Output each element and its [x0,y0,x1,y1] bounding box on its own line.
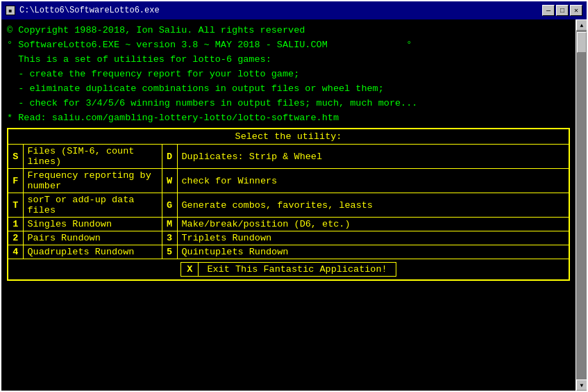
line-desc4: - check for 3/4/5/6 winning numbers in o… [7,97,570,111]
scroll-up-button[interactable]: ▲ [576,19,587,31]
label-quintuplets[interactable]: Quintuplets Rundown [177,245,569,259]
key-t[interactable]: T [8,193,23,218]
minimize-button[interactable]: — [542,5,555,16]
table-row: S Files (SIM-6, count lines) D Duplicate… [8,145,569,169]
main-window: ■ C:\Lotto6\SoftwareLotto6.exe — □ ✕ © C… [0,0,588,392]
table-row: 2 Pairs Rundown 3 Triplets Rundown [8,231,569,245]
window-title: C:\Lotto6\SoftwareLotto6.exe [19,6,160,15]
scrollbar-thumb[interactable] [577,32,587,53]
scrollbar: ▲ ▼ [576,19,587,391]
key-5[interactable]: 5 [162,245,177,259]
label-quadruplets[interactable]: Quadruplets Rundown [23,245,162,259]
key-d[interactable]: D [162,145,177,169]
line-desc1: This is a set of utilities for lotto-6 g… [7,53,570,67]
line-desc2: - create the frequency report for your l… [7,67,570,82]
line-copyright: © Copyright 1988-2018, Ion Saliu. All ri… [7,24,570,38]
key-w[interactable]: W [162,169,177,193]
content-area: © Copyright 1988-2018, Ion Saliu. All ri… [1,19,587,391]
label-sort[interactable]: sorT or add-up data files [23,193,162,218]
menu-header: Select the utility: [8,129,569,145]
title-bar: ■ C:\Lotto6\SoftwareLotto6.exe — □ ✕ [1,1,587,19]
line-version: ° SoftwareLotto6.EXE ~ version 3.8 ~ MAY… [7,38,570,53]
line-read: * Read: saliu.com/gambling-lottery-lotto… [7,111,570,126]
maximize-button[interactable]: □ [556,5,569,16]
exit-key[interactable]: X [181,263,199,277]
label-triplets[interactable]: Triplets Rundown [177,231,569,245]
key-s[interactable]: S [8,145,23,169]
label-files[interactable]: Files (SIM-6, count lines) [23,145,162,169]
key-g[interactable]: G [162,193,177,218]
scrollbar-track[interactable] [576,31,587,379]
title-bar-left: ■ C:\Lotto6\SoftwareLotto6.exe [6,6,160,15]
table-row: T sorT or add-up data files G Generate c… [8,193,569,218]
window-icon: ■ [6,6,15,15]
key-m[interactable]: M [162,218,177,231]
close-button[interactable]: ✕ [570,5,582,16]
terminal: © Copyright 1988-2018, Ion Saliu. All ri… [1,19,576,391]
label-make[interactable]: Make/break/position (D6, etc.) [177,218,569,231]
key-2[interactable]: 2 [8,231,23,245]
label-pairs[interactable]: Pairs Rundown [23,231,162,245]
menu-table: Select the utility: S Files (SIM-6, coun… [7,128,570,281]
scroll-down-button[interactable]: ▼ [576,379,587,391]
label-duplicates[interactable]: Duplicates: Strip & Wheel [177,145,569,169]
line-desc3: - eliminate duplicate combinations in ou… [7,82,570,97]
key-4[interactable]: 4 [8,245,23,259]
key-1[interactable]: 1 [8,218,23,231]
key-3[interactable]: 3 [162,231,177,245]
label-winners[interactable]: check for Winners [177,169,569,193]
table-row: F Frequency reporting by number W check … [8,169,569,193]
table-row: 1 Singles Rundown M Make/break/position … [8,218,569,231]
exit-row: X Exit This Fantastic Application! [8,259,569,281]
label-generate[interactable]: Generate combos, favorites, leasts [177,193,569,218]
exit-label[interactable]: Exit This Fantastic Application! [199,263,396,277]
label-singles[interactable]: Singles Rundown [23,218,162,231]
label-frequency[interactable]: Frequency reporting by number [23,169,162,193]
title-bar-controls: — □ ✕ [542,5,582,16]
exit-cell: X Exit This Fantastic Application! [8,259,569,281]
table-row: 4 Quadruplets Rundown 5 Quintuplets Rund… [8,245,569,259]
key-f[interactable]: F [8,169,23,193]
